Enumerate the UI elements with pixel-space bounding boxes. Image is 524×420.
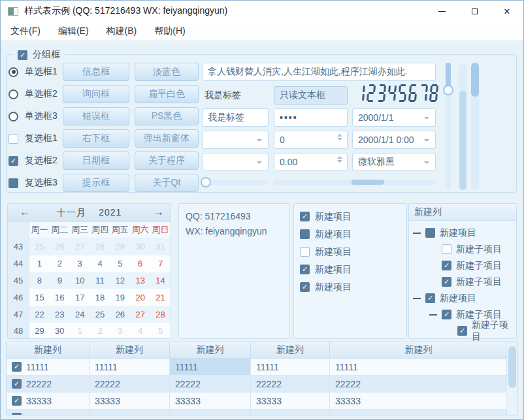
calendar-day-cell[interactable]: 6	[130, 255, 150, 272]
push-button[interactable]: 关于Qt	[135, 174, 199, 192]
radio-button[interactable]	[8, 89, 18, 99]
checkbox[interactable]	[300, 265, 310, 274]
int-spinbox[interactable]: 0	[274, 131, 348, 149]
calendar-day-cell[interactable]: 8	[29, 272, 50, 289]
calendar-day-cell[interactable]: 1	[70, 323, 90, 339]
calendar-day-cell[interactable]: 27	[70, 238, 90, 255]
calendar-day-cell[interactable]: 1	[29, 255, 50, 272]
maximize-button[interactable]	[458, 1, 491, 22]
groupbox-checkbox[interactable]	[18, 50, 27, 60]
combo-box-empty-1[interactable]	[202, 131, 269, 149]
calendar-day-cell[interactable]: 2	[90, 323, 110, 339]
password-field[interactable]: ••••	[274, 108, 348, 127]
calendar-day-cell[interactable]: 12	[110, 272, 130, 289]
calendar-day-cell[interactable]: 20	[130, 289, 150, 306]
long-text-input[interactable]: 拿人钱财替人消灾,人生江湖如此,程序江湖亦如此.	[202, 63, 436, 81]
calendar-day-cell[interactable]: 2	[50, 255, 70, 272]
calendar-day-cell[interactable]: 10	[70, 272, 90, 289]
table-cell[interactable]: 11111	[330, 359, 508, 376]
calendar-day-cell[interactable]: 31	[150, 238, 171, 255]
list-item[interactable]: 新建项目	[294, 261, 406, 278]
date-edit[interactable]: 2000/1/1	[352, 108, 436, 127]
text-edit[interactable]: QQ: 517216493WX: feiyangqingyun	[178, 203, 289, 339]
table-cell[interactable]: 44444	[90, 410, 170, 415]
table-cell[interactable]: 44444	[330, 410, 508, 415]
calendar-day-cell[interactable]: 7	[150, 255, 171, 272]
table-cell[interactable]: 33333	[330, 393, 508, 410]
table-cell[interactable]: 44444	[7, 410, 90, 415]
vertical-scrollbar-handle-1[interactable]	[459, 91, 467, 190]
checkbox[interactable]	[12, 362, 22, 372]
calendar-day-cell[interactable]: 15	[29, 289, 50, 306]
checkbox[interactable]	[12, 379, 22, 389]
spinbox-arrows-icon[interactable]	[337, 134, 342, 143]
calendar-day-cell[interactable]: 19	[110, 289, 130, 306]
calendar-day-cell[interactable]: 29	[29, 323, 50, 339]
calendar-day-cell[interactable]: 28	[90, 238, 110, 255]
horizontal-slider-track[interactable]	[206, 180, 268, 185]
table-cell[interactable]: 11111	[251, 359, 330, 376]
next-month-arrow-icon[interactable]: →	[154, 206, 164, 218]
calendar-day-cell[interactable]: 21	[150, 289, 171, 306]
push-button[interactable]: 日期框	[63, 152, 129, 170]
calendar-day-cell[interactable]: 17	[70, 289, 90, 306]
checkbox[interactable]	[442, 277, 451, 287]
checkbox[interactable]	[457, 326, 467, 336]
tree-node[interactable]: 新建子项目	[409, 274, 516, 290]
vertical-scrollbar-handle-2[interactable]	[471, 63, 479, 97]
line-edit[interactable]: 我是标签	[202, 108, 269, 127]
calendar-day-cell[interactable]: 30	[130, 238, 150, 255]
collapse-indicator-icon[interactable]	[413, 233, 421, 234]
table-cell[interactable]: 11111	[170, 359, 251, 376]
table-cell[interactable]: 22222	[170, 376, 251, 393]
menu-item-3[interactable]: 构建(B)	[106, 25, 137, 37]
menu-item-2[interactable]: 编辑(E)	[58, 25, 89, 37]
calendar-day-cell[interactable]: 25	[29, 238, 50, 255]
checkbox[interactable]	[12, 396, 22, 406]
checkbox[interactable]	[8, 178, 18, 188]
collapse-indicator-icon[interactable]	[429, 314, 437, 315]
tree-node[interactable]: 新建项目	[409, 225, 516, 241]
table-cell[interactable]: 33333	[90, 393, 170, 410]
close-button[interactable]: ✕	[491, 1, 523, 22]
calendar-day-cell[interactable]: 18	[90, 289, 110, 306]
table-cell[interactable]: 33333	[7, 393, 90, 410]
calendar-day-cell[interactable]: 4	[130, 323, 150, 339]
list-item[interactable]: 新建项目	[294, 278, 406, 296]
list-item[interactable]: 新建项目	[294, 225, 406, 243]
float-spinbox[interactable]: 0.00	[274, 153, 348, 171]
push-button[interactable]: 右下框	[63, 129, 129, 148]
push-button[interactable]: 信息框	[63, 63, 129, 81]
table-column-header[interactable]: 新建列	[170, 342, 251, 359]
calendar-day-cell[interactable]: 3	[110, 323, 130, 339]
push-button[interactable]: PS黑色	[135, 107, 199, 125]
vertical-slider-handle[interactable]	[443, 85, 453, 95]
table-column-header[interactable]: 新建列	[251, 342, 330, 359]
datetime-edit[interactable]: 2000/1/1 0:00	[352, 131, 436, 149]
table-column-header[interactable]: 新建列	[330, 342, 508, 359]
table-cell[interactable]: 22222	[7, 376, 90, 393]
calendar-day-cell[interactable]: 4	[90, 255, 110, 272]
horizontal-slider-handle[interactable]	[201, 177, 211, 187]
tree-node[interactable]: 新建子项目	[409, 323, 516, 339]
checkbox[interactable]	[442, 261, 451, 270]
calendar-day-cell[interactable]: 5	[150, 323, 171, 339]
push-button[interactable]: 扁平白色	[135, 85, 199, 103]
spinbox-arrows-icon[interactable]	[337, 156, 342, 165]
menu-item-1[interactable]: 文件(F)	[10, 25, 41, 37]
combo-box-empty-2[interactable]	[202, 153, 269, 171]
table-cell[interactable]: 22222	[90, 376, 170, 393]
table-cell[interactable]: 11111	[90, 359, 170, 376]
checkbox[interactable]	[442, 244, 451, 254]
checkbox[interactable]	[8, 156, 18, 166]
tree-node[interactable]: 新建项目	[409, 290, 516, 306]
calendar-day-cell[interactable]: 9	[50, 272, 70, 289]
push-button[interactable]: 弹出新窗体	[135, 129, 199, 148]
minimize-button[interactable]	[425, 1, 458, 22]
calendar-day-cell[interactable]: 28	[150, 306, 171, 323]
push-button[interactable]: 关于程序	[135, 152, 199, 170]
table-cell[interactable]: 11111	[7, 359, 90, 376]
checkbox[interactable]	[300, 282, 310, 292]
table-vertical-scrollbar[interactable]	[506, 342, 517, 415]
font-combo-box[interactable]: 微软雅黑	[352, 153, 436, 171]
